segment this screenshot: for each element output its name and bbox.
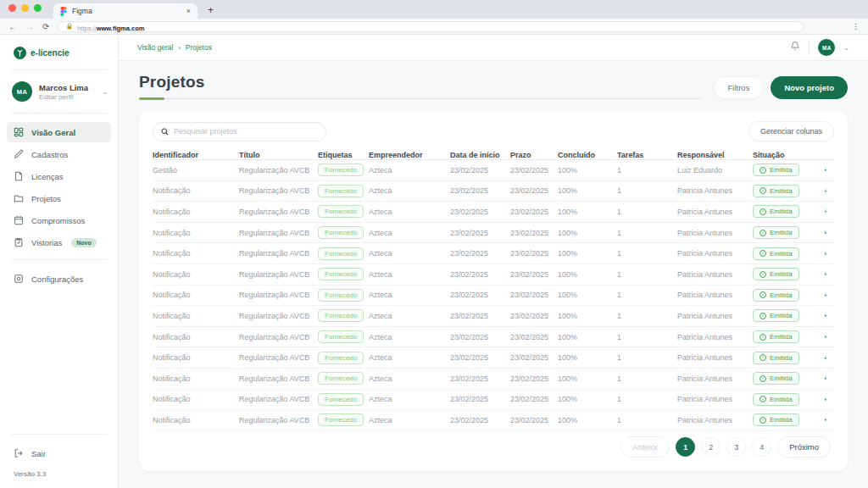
etiqueta-badge: Fornecedo: [318, 268, 364, 280]
previous-page-button[interactable]: Anteior: [620, 436, 670, 458]
maximize-window-button[interactable]: [34, 4, 42, 12]
page-button-3[interactable]: 3: [726, 437, 746, 457]
cell-etiquetas: Fornecedo: [318, 393, 369, 406]
cell-empreendedor: Azteca: [369, 353, 450, 362]
cell-identificador: Gestão: [153, 166, 239, 175]
page-button-4[interactable]: 4: [752, 437, 771, 457]
cell-responsavel: Patricia Antunes: [677, 208, 753, 216]
pencil-icon: [14, 149, 24, 159]
cell-identificador: Notificação: [153, 353, 239, 362]
edit-profile-link[interactable]: Editar perfil: [39, 93, 88, 101]
cell-empreendedor: Azteca: [369, 166, 450, 175]
row-menu-button[interactable]: ⋮: [817, 397, 834, 402]
breadcrumb-parent[interactable]: Visão geral: [137, 43, 173, 52]
underline-track: [164, 98, 702, 99]
row-menu-button[interactable]: ⋮: [817, 168, 834, 172]
column-header: Responsável: [677, 151, 753, 159]
sidebar-item-visao-geral[interactable]: Visão Geral: [7, 122, 111, 142]
table-row[interactable]: Notificação Regularização AVCB Fornecedo…: [153, 327, 834, 348]
cell-tarefas: 1: [617, 166, 677, 175]
cell-etiquetas: Fornecedo: [318, 372, 369, 385]
page-button-1[interactable]: 1: [676, 437, 695, 457]
cell-prazo: 23/02/2025: [510, 186, 558, 195]
browser-menu-icon[interactable]: ⋮: [852, 22, 860, 30]
cell-titulo: Regularização AVCB: [239, 208, 318, 216]
status-badge: ✓Emitida: [753, 393, 799, 406]
table-row[interactable]: Notificação Regularização AVCB Fornecedo…: [153, 369, 834, 390]
row-menu-button[interactable]: ⋮: [817, 189, 834, 193]
row-menu-button[interactable]: ⋮: [817, 272, 834, 276]
row-menu-button[interactable]: ⋮: [817, 356, 834, 360]
sidebar-item-compromissos[interactable]: Compromissos: [7, 210, 111, 230]
cell-titulo: Regularização AVCB: [239, 229, 318, 237]
cell-titulo: Regularização AVCB: [239, 291, 318, 299]
table-row[interactable]: Notificação Regularização AVCB Fornecedo…: [153, 347, 834, 369]
cell-titulo: Regularização AVCB: [239, 270, 318, 279]
table-row[interactable]: Notificação Regularização AVCB Fornecedo…: [153, 264, 834, 286]
row-menu-button[interactable]: ⋮: [817, 313, 834, 318]
calendar-icon: [14, 215, 24, 225]
minimize-window-button[interactable]: [21, 4, 29, 12]
new-tab-button[interactable]: +: [208, 4, 214, 19]
page-title: Projetos: [139, 73, 702, 92]
search-box[interactable]: [153, 122, 326, 141]
filters-button[interactable]: Filtros: [714, 76, 765, 99]
cell-etiquetas: Fornecedo: [318, 413, 369, 426]
notifications-button[interactable]: [790, 40, 800, 55]
table-row[interactable]: Notificação Regularização AVCB Fornecedo…: [153, 390, 834, 411]
column-header: Etiquetas: [318, 151, 369, 159]
sidebar-item-cadastros[interactable]: Cadastros: [7, 144, 111, 164]
status-badge: ✓Emitida: [753, 413, 799, 426]
cell-identificador: Notificação: [153, 395, 239, 403]
browser-tab[interactable]: Figma ×: [53, 3, 198, 19]
next-page-button[interactable]: Próximo: [777, 436, 831, 458]
table-row[interactable]: Notificação Regularização AVCB Fornecedo…: [153, 223, 834, 244]
refresh-button[interactable]: ⟳: [42, 22, 49, 31]
cell-etiquetas: Fornecedo: [318, 185, 369, 197]
table-row[interactable]: Notificação Regularização AVCB Fornecedo…: [153, 202, 834, 223]
search-input[interactable]: [174, 127, 318, 136]
etiqueta-badge: Fornecedo: [318, 352, 364, 364]
etiqueta-badge: Fornecedo: [318, 247, 364, 260]
sidebar: e-licencie MA Marcos Lima Editar perfil …: [0, 35, 119, 488]
table-row[interactable]: Notificação Regularização AVCB Fornecedo…: [153, 306, 834, 327]
row-menu-button[interactable]: ⋮: [817, 335, 834, 339]
sidebar-item-configuracoes[interactable]: Configurações: [7, 269, 111, 289]
status-badge: ✓Emitida: [753, 205, 799, 218]
manage-columns-button[interactable]: Gerenciar colunas: [748, 121, 834, 141]
row-menu-button[interactable]: ⋮: [817, 376, 834, 380]
back-button[interactable]: ←: [8, 22, 17, 31]
table-row[interactable]: Notificação Regularização AVCB Fornecedo…: [153, 286, 834, 307]
row-menu-button[interactable]: ⋮: [817, 418, 834, 422]
row-menu-button[interactable]: ⋮: [817, 230, 834, 235]
table-row[interactable]: Notificação Regularização AVCB Fornecedo…: [153, 243, 834, 264]
row-menu-button[interactable]: ⋮: [817, 252, 834, 256]
tab-close-icon[interactable]: ×: [186, 7, 191, 15]
logout-button[interactable]: Sair: [7, 443, 111, 463]
cell-situacao: ✓Emitida: [753, 372, 817, 385]
profile-menu[interactable]: MA Marcos Lima Editar perfil ⌄: [0, 70, 118, 113]
table-row[interactable]: Notificação Regularização AVCB Fornecedo…: [153, 181, 834, 202]
forward-button[interactable]: →: [25, 22, 34, 31]
row-menu-button[interactable]: ⋮: [817, 209, 834, 214]
status-badge: ✓Emitida: [753, 164, 799, 176]
cell-tarefas: 1: [617, 208, 677, 216]
chevron-down-icon[interactable]: ⌄: [843, 44, 849, 52]
sidebar-item-projetos[interactable]: Projetos: [7, 188, 111, 208]
new-project-button[interactable]: Novo projeto: [771, 76, 848, 99]
check-circle-icon: ✓: [760, 208, 766, 215]
app-logo[interactable]: e-licencie: [0, 47, 118, 69]
cell-concluido: 100%: [558, 208, 617, 216]
cell-identificador: Notificação: [153, 333, 239, 341]
page-button-2[interactable]: 2: [701, 437, 721, 457]
row-menu-button[interactable]: ⋮: [817, 293, 834, 297]
sidebar-item-vistorias[interactable]: Vistorias Novo: [7, 232, 111, 252]
close-window-button[interactable]: [8, 4, 16, 12]
url-bar[interactable]: 🔒 https://www.figma.com: [58, 21, 804, 32]
cell-tarefas: 1: [617, 416, 677, 424]
logout-icon: [14, 448, 24, 458]
sidebar-item-licencas[interactable]: Licenças: [7, 166, 111, 186]
table-row[interactable]: Gestão Regularização AVCB Fornecedo Azte…: [153, 160, 834, 181]
topbar-avatar[interactable]: MA: [818, 39, 835, 56]
main: Visão geral › Projetos MA ⌄ Projetos: [119, 35, 868, 488]
